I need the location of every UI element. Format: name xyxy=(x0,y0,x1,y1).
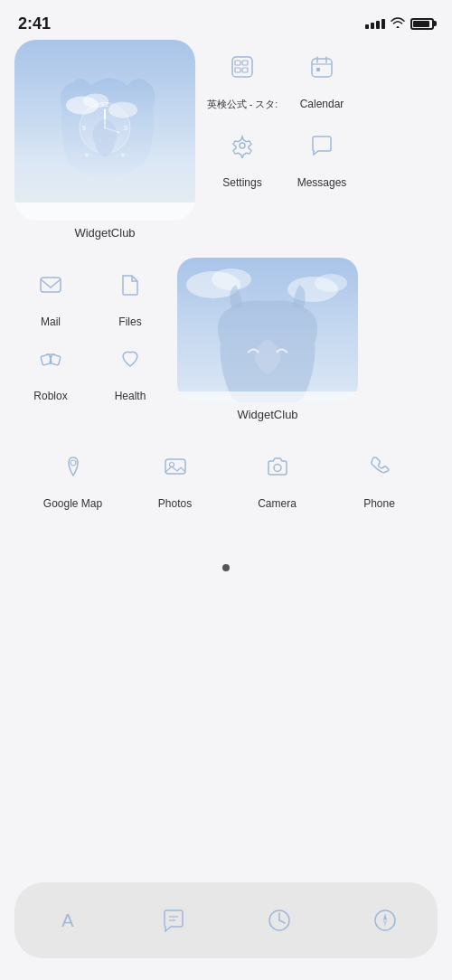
mail-label: Mail xyxy=(41,316,61,328)
dock-compass[interactable] xyxy=(358,893,412,947)
right-bottom-row: Settings Messages xyxy=(206,118,438,189)
widget-large-container: 12 9 3 xyxy=(14,40,195,221)
signal-icon xyxy=(365,19,385,29)
app-settings[interactable]: Settings xyxy=(206,118,278,189)
svg-marker-41 xyxy=(383,913,387,920)
widgetclub-large-widget[interactable]: 12 9 3 WidgetClub xyxy=(14,40,195,240)
svg-rect-13 xyxy=(242,61,248,65)
files-label: Files xyxy=(118,316,141,328)
svg-text:9: 9 xyxy=(82,124,87,132)
app-googlemap[interactable]: Google Map xyxy=(37,439,109,510)
row1: 12 9 3 WidgetClub xyxy=(14,40,438,240)
calendar-icon xyxy=(295,40,349,94)
app-photos[interactable]: Photos xyxy=(139,439,212,510)
svg-point-29 xyxy=(315,274,347,292)
status-bar: 2:41 xyxy=(0,0,452,40)
row2: Mail Files xyxy=(14,258,438,421)
svg-rect-14 xyxy=(235,68,240,72)
page-indicator xyxy=(0,564,452,571)
svg-marker-42 xyxy=(383,920,387,928)
app-messages[interactable]: Messages xyxy=(286,118,358,189)
roblox-icon xyxy=(24,332,78,386)
dock-chat[interactable] xyxy=(146,893,201,947)
dock: A xyxy=(14,882,438,958)
cat-clock-svg: 12 9 3 xyxy=(46,69,164,186)
status-icons xyxy=(365,16,434,31)
calendar-label: Calendar xyxy=(300,98,344,110)
chat-dock-icon xyxy=(160,907,187,934)
app-mail[interactable]: Mail xyxy=(14,258,87,328)
messages-icon xyxy=(295,118,349,173)
svg-point-9 xyxy=(85,153,89,156)
medium-cat-svg xyxy=(177,258,358,402)
compass-dock-icon xyxy=(372,907,399,934)
roblox-label: Roblox xyxy=(33,390,67,402)
svg-point-21 xyxy=(240,143,245,148)
svg-point-30 xyxy=(71,460,76,466)
photos-label: Photos xyxy=(158,497,192,510)
svg-line-39 xyxy=(279,920,285,923)
svg-text:12: 12 xyxy=(101,100,109,108)
svg-text:A: A xyxy=(61,910,74,930)
dock-clock[interactable] xyxy=(252,893,306,947)
right-column: 英検公式 - スタ: Calendar xyxy=(206,40,438,189)
app-phone[interactable]: Phone xyxy=(344,439,416,510)
app-roblox[interactable]: Roblox xyxy=(14,332,87,402)
svg-rect-16 xyxy=(312,59,332,77)
svg-rect-15 xyxy=(242,68,248,72)
battery-icon xyxy=(410,18,434,30)
app-camera[interactable]: Camera xyxy=(241,439,314,510)
widgetclub-label: WidgetClub xyxy=(74,226,135,240)
svg-rect-12 xyxy=(235,61,240,65)
app-health[interactable]: Health xyxy=(94,332,166,402)
googlemap-label: Google Map xyxy=(43,497,102,510)
health-icon xyxy=(103,332,157,386)
left-bottom-row: Roblox Health xyxy=(14,332,166,402)
googlemap-icon xyxy=(46,439,100,494)
app-eiken[interactable]: 英検公式 - スタ: xyxy=(206,40,278,111)
mail-icon xyxy=(24,258,78,312)
left-top-row: Mail Files xyxy=(14,258,166,328)
row3: Google Map Photos Camera xyxy=(14,439,438,510)
clock-dock-icon xyxy=(266,907,293,934)
wifi-icon xyxy=(391,16,405,31)
settings-label: Settings xyxy=(222,176,261,189)
app-calendar[interactable]: Calendar xyxy=(286,40,358,111)
svg-rect-20 xyxy=(316,68,320,71)
home-screen: 12 9 3 WidgetClub xyxy=(0,40,452,510)
svg-point-27 xyxy=(212,269,251,290)
widgetclub-medium-label: WidgetClub xyxy=(237,408,297,421)
app-files[interactable]: Files xyxy=(94,258,166,328)
files-icon xyxy=(103,258,157,312)
svg-rect-11 xyxy=(232,57,252,77)
appstore-icon: A xyxy=(54,907,81,934)
widget-medium-container xyxy=(177,258,358,402)
svg-point-33 xyxy=(274,465,281,472)
health-label: Health xyxy=(115,390,146,402)
svg-point-10 xyxy=(121,153,125,156)
settings-icon xyxy=(215,118,269,173)
svg-text:3: 3 xyxy=(124,124,128,132)
phone-label: Phone xyxy=(363,497,395,510)
messages-label: Messages xyxy=(297,176,347,189)
status-time: 2:41 xyxy=(18,14,51,33)
eiken-label: 英検公式 - スタ: xyxy=(206,98,278,111)
dot-active xyxy=(222,564,230,571)
phone-icon xyxy=(353,439,407,494)
left-icons-group: Mail Files xyxy=(14,258,166,402)
eiken-icon xyxy=(215,40,269,94)
right-top-row: 英検公式 - スタ: Calendar xyxy=(206,40,438,111)
dock-appstore[interactable]: A xyxy=(41,893,95,947)
photos-icon xyxy=(148,439,202,494)
camera-icon xyxy=(250,439,305,494)
camera-label: Camera xyxy=(258,497,297,510)
widgetclub-medium-widget[interactable]: WidgetClub xyxy=(177,258,358,421)
svg-rect-22 xyxy=(41,278,61,292)
svg-rect-31 xyxy=(165,459,185,474)
